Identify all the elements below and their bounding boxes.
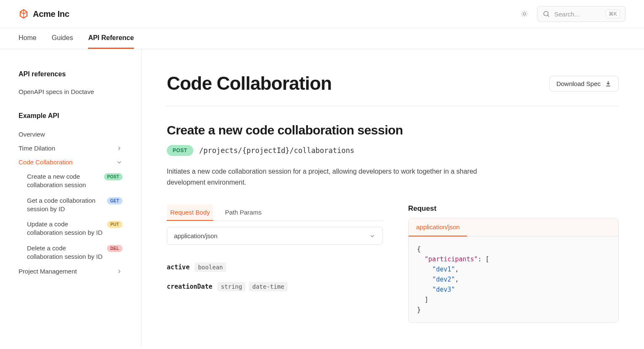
svg-point-0: [523, 13, 526, 15]
method-badge-del: DEL: [107, 245, 123, 252]
sidebar-subitem-label: Get a code collaboration session by ID: [27, 196, 103, 214]
sidebar-item-overview[interactable]: Overview: [19, 127, 123, 141]
param-tabs: Request BodyPath Params: [167, 204, 383, 221]
sidebar-subitem-label: Update a code collaboration session by I…: [27, 220, 103, 237]
sidebar: API references OpenAPI specs in Doctave …: [0, 49, 142, 346]
request-body-column: Request BodyPath Params application/json…: [167, 204, 383, 296]
chevron-right-icon: [116, 145, 123, 152]
svg-point-1: [544, 11, 548, 16]
sidebar-subitem[interactable]: Update a code collaboration session by I…: [27, 217, 123, 241]
method-badge-get: GET: [107, 197, 123, 204]
sidebar-subitem[interactable]: Delete a code collaboration session by I…: [27, 241, 123, 265]
field-type: string: [217, 282, 246, 291]
content-type-value: application/json: [174, 232, 217, 239]
logo-icon: [19, 9, 29, 19]
header: Acme Inc Search... ⌘K: [0, 0, 644, 28]
top-nav: HomeGuidesAPI Reference: [0, 28, 644, 49]
sidebar-item-label: Code Collaboration: [19, 158, 72, 166]
sidebar-item-code-collaboration[interactable]: Code Collaboration: [19, 155, 123, 169]
endpoint-line: POST /projects/{projectId}/collaboration…: [167, 145, 619, 156]
field-type: date-time: [249, 282, 288, 291]
nav-home[interactable]: Home: [19, 28, 37, 49]
tab-path-params[interactable]: Path Params: [222, 204, 265, 221]
chevron-right-icon: [116, 268, 123, 275]
field-row: creationDatestringdate-time: [167, 277, 383, 296]
main-content: Code Collaboration Download Spec Create …: [142, 49, 644, 346]
search-icon: [542, 10, 550, 18]
sidebar-link-openapi[interactable]: OpenAPI specs in Doctave: [19, 86, 123, 98]
field-name: creationDate: [167, 283, 212, 290]
sidebar-heading-refs: API references: [19, 70, 123, 78]
content-type-select[interactable]: application/json: [167, 227, 383, 245]
sun-icon: [521, 10, 528, 18]
method-badge: POST: [167, 145, 193, 156]
request-label: Request: [408, 204, 619, 213]
chevron-down-icon: [116, 159, 123, 166]
sidebar-item-label: Overview: [19, 131, 45, 138]
sidebar-subitem-label: Create a new code collaboration session: [27, 172, 100, 190]
download-spec-button[interactable]: Download Spec: [549, 76, 619, 91]
field-name: active: [167, 263, 190, 271]
endpoint-description: Initiates a new code collaboration sessi…: [167, 166, 487, 188]
request-example-column: Request application/json { "participants…: [408, 204, 619, 323]
nav-guides[interactable]: Guides: [52, 28, 73, 49]
code-tab-json[interactable]: application/json: [409, 218, 467, 236]
sidebar-heading-example: Example API: [19, 112, 123, 120]
download-icon: [605, 80, 612, 87]
field-type: boolean: [195, 263, 226, 272]
endpoint-title: Create a new code collaboration session: [167, 123, 619, 137]
code-panel: application/json { "participants": [ "de…: [408, 218, 619, 323]
sidebar-item-project-management[interactable]: Project Management: [19, 264, 123, 278]
sidebar-subitem[interactable]: Get a code collaboration session by IDGE…: [27, 193, 123, 217]
code-body: { "participants": [ "dev1", "dev2", "dev…: [409, 236, 618, 322]
method-badge-put: PUT: [107, 221, 123, 228]
sidebar-subitem-label: Delete a code collaboration session by I…: [27, 244, 103, 261]
chevron-down-icon: [369, 233, 376, 239]
method-badge-post: POST: [104, 173, 123, 180]
page-title: Code Collaboration: [167, 73, 331, 94]
divider: [167, 106, 619, 106]
brand-name: Acme Inc: [33, 9, 69, 19]
download-label: Download Spec: [556, 80, 601, 87]
search-kbd: ⌘K: [606, 10, 620, 18]
field-row: activeboolean: [167, 258, 383, 277]
sidebar-item-label: Time Dilation: [19, 145, 55, 152]
endpoint-path: /projects/{projectId}/collaborations: [199, 146, 354, 155]
sidebar-subitem[interactable]: Create a new code collaboration sessionP…: [27, 169, 123, 193]
sidebar-item-time-dilation[interactable]: Time Dilation: [19, 141, 123, 155]
search-placeholder: Search...: [554, 11, 601, 18]
search-box[interactable]: Search... ⌘K: [537, 6, 625, 22]
tab-request-body[interactable]: Request Body: [167, 204, 213, 221]
header-right: Search... ⌘K: [518, 6, 625, 22]
nav-api-reference[interactable]: API Reference: [88, 28, 134, 49]
theme-toggle[interactable]: [518, 7, 531, 21]
brand-logo[interactable]: Acme Inc: [19, 9, 69, 19]
sidebar-item-label: Project Management: [19, 268, 77, 275]
